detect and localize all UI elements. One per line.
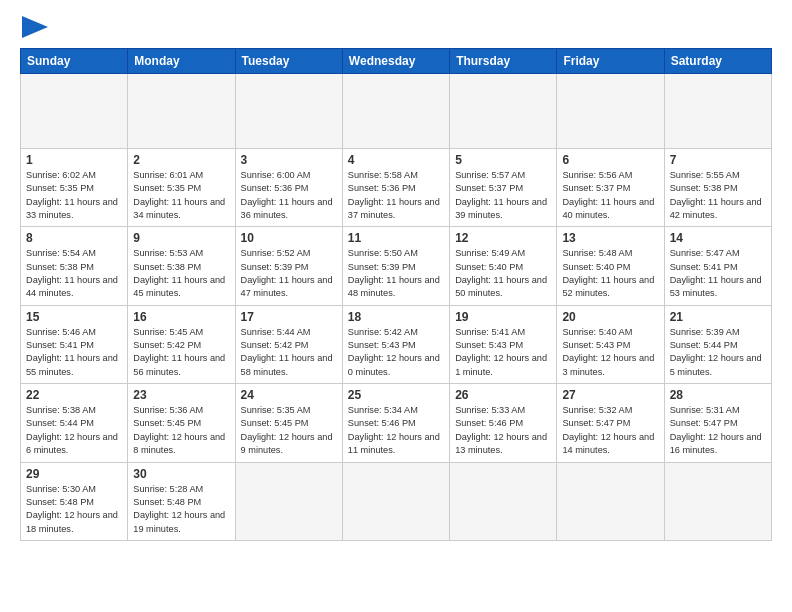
day-info: Sunrise: 5:45 AMSunset: 5:42 PMDaylight:…: [133, 326, 229, 379]
day-number: 11: [348, 231, 444, 245]
day-info: Sunrise: 5:54 AMSunset: 5:38 PMDaylight:…: [26, 247, 122, 300]
day-cell: 7Sunrise: 5:55 AMSunset: 5:38 PMDaylight…: [664, 149, 771, 227]
day-cell: 3Sunrise: 6:00 AMSunset: 5:36 PMDaylight…: [235, 149, 342, 227]
day-info: Sunrise: 5:50 AMSunset: 5:39 PMDaylight:…: [348, 247, 444, 300]
day-cell: 9Sunrise: 5:53 AMSunset: 5:38 PMDaylight…: [128, 227, 235, 305]
day-cell: 19Sunrise: 5:41 AMSunset: 5:43 PMDayligh…: [450, 305, 557, 383]
day-cell: 17Sunrise: 5:44 AMSunset: 5:42 PMDayligh…: [235, 305, 342, 383]
day-number: 28: [670, 388, 766, 402]
day-number: 29: [26, 467, 122, 481]
day-info: Sunrise: 5:38 AMSunset: 5:44 PMDaylight:…: [26, 404, 122, 457]
week-row-3: 15Sunrise: 5:46 AMSunset: 5:41 PMDayligh…: [21, 305, 772, 383]
day-info: Sunrise: 5:56 AMSunset: 5:37 PMDaylight:…: [562, 169, 658, 222]
day-number: 26: [455, 388, 551, 402]
weekday-header-sunday: Sunday: [21, 49, 128, 74]
day-number: 18: [348, 310, 444, 324]
week-row-5: 29Sunrise: 5:30 AMSunset: 5:48 PMDayligh…: [21, 462, 772, 540]
day-info: Sunrise: 5:57 AMSunset: 5:37 PMDaylight:…: [455, 169, 551, 222]
day-number: 23: [133, 388, 229, 402]
day-cell: 1Sunrise: 6:02 AMSunset: 5:35 PMDaylight…: [21, 149, 128, 227]
day-cell: 15Sunrise: 5:46 AMSunset: 5:41 PMDayligh…: [21, 305, 128, 383]
day-info: Sunrise: 5:30 AMSunset: 5:48 PMDaylight:…: [26, 483, 122, 536]
day-cell: 21Sunrise: 5:39 AMSunset: 5:44 PMDayligh…: [664, 305, 771, 383]
day-cell: 22Sunrise: 5:38 AMSunset: 5:44 PMDayligh…: [21, 384, 128, 462]
day-number: 10: [241, 231, 337, 245]
day-cell: 12Sunrise: 5:49 AMSunset: 5:40 PMDayligh…: [450, 227, 557, 305]
day-info: Sunrise: 5:39 AMSunset: 5:44 PMDaylight:…: [670, 326, 766, 379]
week-row-1: 1Sunrise: 6:02 AMSunset: 5:35 PMDaylight…: [21, 149, 772, 227]
day-number: 4: [348, 153, 444, 167]
logo-flag-icon: [22, 16, 48, 38]
day-cell: 2Sunrise: 6:01 AMSunset: 5:35 PMDaylight…: [128, 149, 235, 227]
day-cell: 8Sunrise: 5:54 AMSunset: 5:38 PMDaylight…: [21, 227, 128, 305]
day-number: 21: [670, 310, 766, 324]
day-info: Sunrise: 5:58 AMSunset: 5:36 PMDaylight:…: [348, 169, 444, 222]
day-cell: 6Sunrise: 5:56 AMSunset: 5:37 PMDaylight…: [557, 149, 664, 227]
day-info: Sunrise: 5:33 AMSunset: 5:46 PMDaylight:…: [455, 404, 551, 457]
day-info: Sunrise: 5:53 AMSunset: 5:38 PMDaylight:…: [133, 247, 229, 300]
day-cell: [235, 462, 342, 540]
day-cell: 5Sunrise: 5:57 AMSunset: 5:37 PMDaylight…: [450, 149, 557, 227]
day-number: 13: [562, 231, 658, 245]
day-cell: 14Sunrise: 5:47 AMSunset: 5:41 PMDayligh…: [664, 227, 771, 305]
day-number: 9: [133, 231, 229, 245]
day-cell: [128, 74, 235, 149]
day-number: 24: [241, 388, 337, 402]
page-header: [20, 16, 772, 38]
day-number: 25: [348, 388, 444, 402]
day-number: 16: [133, 310, 229, 324]
day-info: Sunrise: 5:49 AMSunset: 5:40 PMDaylight:…: [455, 247, 551, 300]
day-info: Sunrise: 5:31 AMSunset: 5:47 PMDaylight:…: [670, 404, 766, 457]
day-number: 22: [26, 388, 122, 402]
day-info: Sunrise: 5:28 AMSunset: 5:48 PMDaylight:…: [133, 483, 229, 536]
day-cell: [557, 74, 664, 149]
day-info: Sunrise: 6:02 AMSunset: 5:35 PMDaylight:…: [26, 169, 122, 222]
day-cell: [450, 462, 557, 540]
day-info: Sunrise: 5:55 AMSunset: 5:38 PMDaylight:…: [670, 169, 766, 222]
week-row-0: [21, 74, 772, 149]
weekday-header-row: SundayMondayTuesdayWednesdayThursdayFrid…: [21, 49, 772, 74]
day-cell: [450, 74, 557, 149]
day-cell: 29Sunrise: 5:30 AMSunset: 5:48 PMDayligh…: [21, 462, 128, 540]
day-info: Sunrise: 5:47 AMSunset: 5:41 PMDaylight:…: [670, 247, 766, 300]
week-row-4: 22Sunrise: 5:38 AMSunset: 5:44 PMDayligh…: [21, 384, 772, 462]
day-cell: 20Sunrise: 5:40 AMSunset: 5:43 PMDayligh…: [557, 305, 664, 383]
day-cell: 26Sunrise: 5:33 AMSunset: 5:46 PMDayligh…: [450, 384, 557, 462]
weekday-header-saturday: Saturday: [664, 49, 771, 74]
day-cell: [21, 74, 128, 149]
day-info: Sunrise: 6:00 AMSunset: 5:36 PMDaylight:…: [241, 169, 337, 222]
weekday-header-monday: Monday: [128, 49, 235, 74]
day-number: 12: [455, 231, 551, 245]
day-info: Sunrise: 5:48 AMSunset: 5:40 PMDaylight:…: [562, 247, 658, 300]
day-info: Sunrise: 5:40 AMSunset: 5:43 PMDaylight:…: [562, 326, 658, 379]
day-number: 6: [562, 153, 658, 167]
day-cell: [664, 462, 771, 540]
day-cell: 16Sunrise: 5:45 AMSunset: 5:42 PMDayligh…: [128, 305, 235, 383]
day-number: 19: [455, 310, 551, 324]
day-cell: 11Sunrise: 5:50 AMSunset: 5:39 PMDayligh…: [342, 227, 449, 305]
day-cell: 10Sunrise: 5:52 AMSunset: 5:39 PMDayligh…: [235, 227, 342, 305]
weekday-header-tuesday: Tuesday: [235, 49, 342, 74]
day-info: Sunrise: 5:46 AMSunset: 5:41 PMDaylight:…: [26, 326, 122, 379]
day-cell: 23Sunrise: 5:36 AMSunset: 5:45 PMDayligh…: [128, 384, 235, 462]
day-info: Sunrise: 5:52 AMSunset: 5:39 PMDaylight:…: [241, 247, 337, 300]
day-info: Sunrise: 5:34 AMSunset: 5:46 PMDaylight:…: [348, 404, 444, 457]
day-number: 14: [670, 231, 766, 245]
day-number: 15: [26, 310, 122, 324]
day-cell: 24Sunrise: 5:35 AMSunset: 5:45 PMDayligh…: [235, 384, 342, 462]
day-cell: 25Sunrise: 5:34 AMSunset: 5:46 PMDayligh…: [342, 384, 449, 462]
day-number: 7: [670, 153, 766, 167]
day-cell: 28Sunrise: 5:31 AMSunset: 5:47 PMDayligh…: [664, 384, 771, 462]
day-info: Sunrise: 6:01 AMSunset: 5:35 PMDaylight:…: [133, 169, 229, 222]
day-cell: 18Sunrise: 5:42 AMSunset: 5:43 PMDayligh…: [342, 305, 449, 383]
day-number: 27: [562, 388, 658, 402]
calendar-table: SundayMondayTuesdayWednesdayThursdayFrid…: [20, 48, 772, 541]
day-info: Sunrise: 5:35 AMSunset: 5:45 PMDaylight:…: [241, 404, 337, 457]
day-number: 1: [26, 153, 122, 167]
day-info: Sunrise: 5:44 AMSunset: 5:42 PMDaylight:…: [241, 326, 337, 379]
svg-marker-0: [22, 16, 48, 38]
weekday-header-wednesday: Wednesday: [342, 49, 449, 74]
day-info: Sunrise: 5:32 AMSunset: 5:47 PMDaylight:…: [562, 404, 658, 457]
day-cell: 30Sunrise: 5:28 AMSunset: 5:48 PMDayligh…: [128, 462, 235, 540]
day-cell: [664, 74, 771, 149]
